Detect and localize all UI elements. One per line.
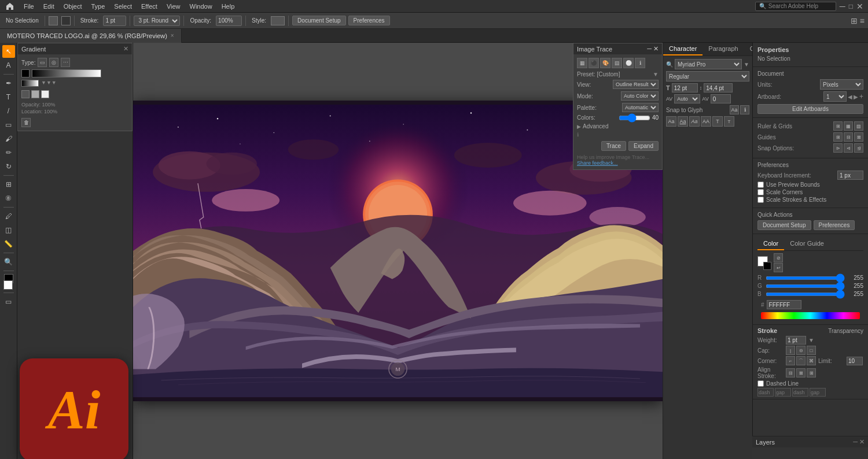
gradient-preview-bar[interactable]: [32, 69, 101, 77]
guide-btn-1[interactable]: ⊞: [833, 132, 843, 142]
gradient-stop-dark[interactable]: [21, 90, 30, 98]
image-trace-minimize[interactable]: ─: [647, 45, 652, 53]
menu-object[interactable]: Object: [60, 2, 86, 11]
align-center-btn[interactable]: ⊟: [786, 368, 795, 377]
trace-preset-3[interactable]: 🎨: [600, 58, 610, 68]
leading-input[interactable]: [704, 83, 733, 92]
font-family-select[interactable]: Myriad Pro: [675, 59, 742, 69]
tab-opentype[interactable]: OpenType: [744, 43, 752, 55]
tool-selection[interactable]: ↖: [2, 45, 15, 58]
guide-btn-2[interactable]: ⊟: [844, 132, 853, 142]
artboard-select[interactable]: 1: [823, 91, 847, 102]
search-bar[interactable]: 🔍 Search Adobe Help: [755, 2, 836, 11]
corner-bevel-btn[interactable]: ⌘: [807, 356, 816, 365]
scale-corners-checkbox[interactable]: [757, 189, 764, 195]
scale-strokes-checkbox[interactable]: [757, 197, 764, 203]
text-style-t2[interactable]: T: [724, 116, 734, 127]
gap-input-1[interactable]: [775, 388, 791, 397]
ruler-btn[interactable]: ⊞: [833, 121, 843, 131]
quick-preferences-btn[interactable]: Preferences: [814, 220, 855, 230]
tool-blend[interactable]: ⑧: [2, 192, 15, 205]
text-style-t1[interactable]: T: [712, 116, 723, 127]
trace-btn[interactable]: Trace: [601, 141, 626, 151]
limit-input[interactable]: [847, 357, 863, 365]
canvas-area[interactable]: Image Trace ─ ✕ ▦ ⚫ 🎨 ▤ ⚪ ℹ Preset: [Cus…: [133, 43, 663, 459]
tool-gradient[interactable]: ◫: [2, 224, 15, 236]
cap-square-btn[interactable]: □: [807, 346, 816, 355]
artboard-nav-prev[interactable]: ◀: [848, 94, 852, 100]
text-style-aa4[interactable]: AA: [701, 116, 711, 127]
menu-file[interactable]: File: [20, 2, 38, 11]
opacity-input[interactable]: [216, 16, 242, 26]
stroke-color-swatch[interactable]: [61, 16, 71, 25]
background-swatch[interactable]: [763, 262, 771, 270]
menu-view[interactable]: View: [163, 2, 185, 11]
red-slider[interactable]: [766, 276, 845, 280]
tool-type[interactable]: T: [2, 91, 15, 103]
menu-effect[interactable]: Effect: [137, 2, 161, 11]
gradient-black-swatch[interactable]: [21, 69, 30, 77]
color-tab[interactable]: Color: [757, 238, 784, 250]
tab-character[interactable]: Character: [663, 43, 703, 55]
color-guide-tab[interactable]: Color Guide: [784, 238, 830, 250]
stroke-swatch[interactable]: [3, 280, 13, 290]
fill-color-swatch[interactable]: [49, 16, 58, 25]
none-icon-btn[interactable]: ⊘: [774, 253, 783, 262]
weight-input[interactable]: [786, 336, 806, 345]
align-outside-btn[interactable]: ⊞: [807, 368, 816, 377]
snap-btn-1[interactable]: Aa: [730, 105, 739, 114]
gradient-close-icon[interactable]: ✕: [123, 45, 128, 53]
gradient-panel-header[interactable]: Gradient ✕: [18, 43, 132, 54]
text-style-aa3[interactable]: Aa: [689, 116, 700, 127]
image-trace-header[interactable]: Image Trace ─ ✕: [573, 43, 662, 54]
grid-btn[interactable]: ▦: [844, 121, 853, 131]
trace-view-select[interactable]: Outline Result: [613, 80, 659, 89]
units-select[interactable]: Pixels: [820, 79, 863, 90]
trace-preset-info[interactable]: ℹ: [635, 58, 645, 68]
trace-preset-2[interactable]: ⚫: [589, 58, 599, 68]
snap-btn-a[interactable]: ⊳: [833, 143, 843, 153]
snap-btn-c[interactable]: ⊴: [854, 143, 863, 153]
tool-paintbrush[interactable]: 🖌: [2, 132, 15, 145]
keyboard-increment-input[interactable]: [837, 171, 863, 180]
trace-colors-slider[interactable]: [619, 116, 650, 120]
dashed-line-checkbox[interactable]: [757, 380, 764, 387]
trace-preset-arrow[interactable]: ▼: [653, 71, 659, 77]
cap-flat-btn[interactable]: |: [786, 346, 795, 355]
menu-type[interactable]: Type: [87, 2, 109, 11]
kerning-select[interactable]: Auto: [674, 94, 700, 103]
text-style-aa2[interactable]: Aa: [678, 116, 688, 127]
window-minimize[interactable]: ─: [840, 2, 845, 11]
tool-measure[interactable]: 📏: [2, 238, 15, 250]
tool-eyedropper[interactable]: 🖊: [2, 210, 15, 223]
gradient-stop-light[interactable]: [41, 90, 49, 98]
window-maximize[interactable]: □: [849, 2, 853, 10]
font-size-input[interactable]: [672, 83, 698, 92]
stroke-input[interactable]: [103, 16, 126, 26]
text-style-aa1[interactable]: Aa: [666, 116, 676, 127]
align-inside-btn[interactable]: ⊠: [796, 368, 806, 377]
tab-paragraph[interactable]: Paragraph: [703, 43, 744, 55]
edit-artboards-btn[interactable]: Edit Artboards: [757, 104, 863, 114]
color-spectrum-bar[interactable]: [761, 312, 860, 319]
layout-options-icon[interactable]: ≡: [860, 16, 865, 25]
window-close[interactable]: ✕: [856, 2, 863, 11]
layers-minimize[interactable]: ─: [853, 438, 858, 446]
cap-round-btn[interactable]: ⊝: [796, 346, 806, 355]
gradient-linear-btn[interactable]: ▭: [38, 58, 47, 67]
default-colors-btn[interactable]: ↩: [774, 263, 783, 272]
font-style-select[interactable]: Regular: [666, 71, 749, 82]
home-icon[interactable]: [5, 1, 15, 12]
gradient-mini-bar[interactable]: [21, 80, 39, 87]
grid-opt-btn[interactable]: ▧: [854, 121, 863, 131]
tool-line[interactable]: /: [2, 105, 15, 117]
font-dropdown-arrow[interactable]: ▼: [744, 61, 749, 68]
trace-mode-select[interactable]: Auto Color: [621, 91, 659, 101]
tracking-input[interactable]: [711, 94, 731, 103]
quick-document-setup-btn[interactable]: Document Setup: [757, 220, 811, 230]
snap-info-btn[interactable]: ℹ: [740, 105, 749, 114]
green-slider[interactable]: [766, 284, 845, 288]
expand-btn[interactable]: Expand: [628, 141, 659, 151]
menu-window[interactable]: Window: [186, 2, 216, 11]
blue-slider[interactable]: [766, 293, 845, 296]
